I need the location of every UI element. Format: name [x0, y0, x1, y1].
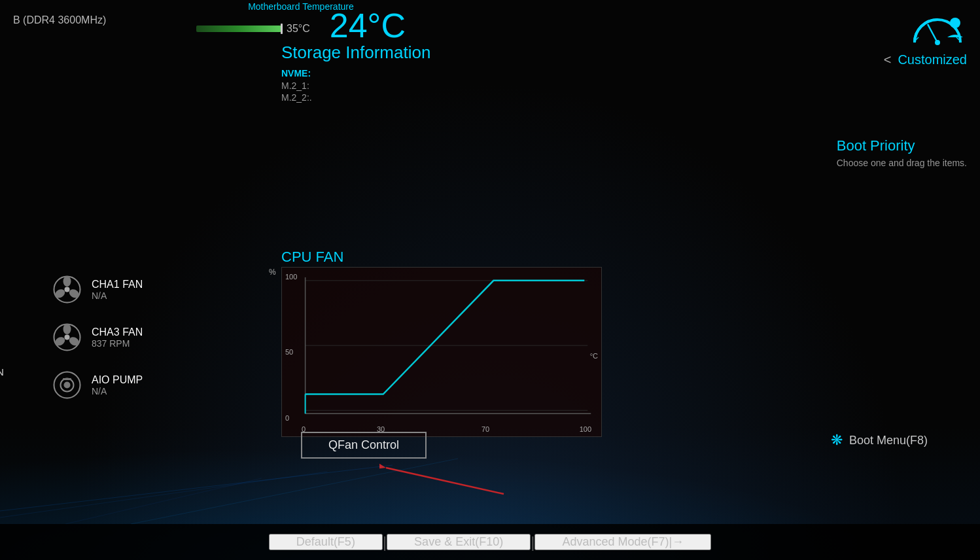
svg-line-27 — [0, 465, 393, 511]
svg-point-11 — [65, 335, 70, 340]
fan-icon-cha3 — [52, 323, 82, 352]
fan-info-cha3: CHA3 FAN 837 RPM — [92, 326, 143, 349]
memory-label: B (DDR4 3600MHz) — [13, 7, 106, 26]
red-arrow-svg — [379, 458, 510, 497]
boot-menu-icon: ❋ — [831, 432, 843, 449]
save-exit-button[interactable]: Save & Exit(F10) — [387, 534, 531, 550]
svg-line-0 — [928, 24, 937, 43]
storage-section: Storage Information NVME: M.2_1: M.2_2:. — [281, 43, 430, 104]
top-right: < Customized — [884, 7, 967, 67]
cpu-fan-section: CPU FAN % 100 50 0 0 30 70 100 °C — [281, 249, 602, 437]
boot-menu-label[interactable]: Boot Menu(F8) — [849, 434, 928, 447]
svg-point-1 — [935, 40, 940, 45]
boot-priority-section: Boot Priority Choose one and drag the it… — [837, 137, 967, 168]
fan-name-cha3: CHA3 FAN — [92, 326, 143, 338]
svg-line-26 — [386, 468, 504, 494]
svg-point-17 — [64, 382, 71, 389]
svg-point-7 — [63, 276, 71, 287]
mb-temp-value: 24°C — [330, 9, 406, 43]
red-arrow — [379, 458, 510, 500]
cpu-fan-chart: % 100 50 0 0 30 70 100 °C — [281, 267, 602, 437]
fan-item-cha3: CHA3 FAN 837 RPM — [52, 323, 143, 352]
cpu-fan-title: CPU FAN — [281, 249, 602, 266]
m2-1-label: M.2_1: — [281, 80, 430, 91]
svg-point-4 — [950, 18, 960, 28]
customized-label: Customized — [898, 52, 967, 67]
svg-point-12 — [63, 324, 71, 334]
fan-item-cha1: CHA1 FAN N/A — [52, 275, 143, 304]
default-button[interactable]: Default(F5) — [269, 534, 383, 550]
qfan-control-button[interactable]: QFan Control — [301, 432, 427, 459]
cpu-fan-chart-svg — [282, 268, 601, 436]
bottom-bar: Default(F5) | Save & Exit(F10) | Advance… — [0, 524, 980, 560]
boot-menu: ❋ Boot Menu(F8) — [831, 432, 928, 449]
fan-value-cha3: 837 RPM — [92, 338, 143, 349]
left-edge-label: N — [0, 366, 4, 377]
nvme-label: NVME: — [281, 68, 430, 79]
svg-rect-18 — [63, 378, 71, 380]
fan-name-aio: AIO PUMP — [92, 374, 143, 386]
fan-icon-aio — [52, 370, 82, 400]
fan-item-aio: AIO PUMP N/A — [52, 370, 143, 400]
main-content: B (DDR4 3600MHz) Motherboard Temperature… — [0, 0, 980, 560]
m2-2-label: M.2_2:. — [281, 92, 430, 103]
fan-name-cha1: CHA1 FAN — [92, 279, 143, 290]
cpu-temp-value: 35°C — [287, 23, 310, 35]
chevron-left-icon[interactable]: < — [884, 52, 892, 67]
storage-title: Storage Information — [281, 43, 430, 63]
fan-value-aio: N/A — [92, 386, 143, 396]
chart-y-label: % — [269, 268, 276, 277]
svg-line-28 — [0, 472, 327, 517]
top-bar: B (DDR4 3600MHz) Motherboard Temperature… — [0, 0, 980, 39]
boot-priority-title: Boot Priority — [837, 137, 967, 154]
gauge-icon — [908, 10, 967, 49]
fan-section: CHA1 FAN N/A CHA3 FAN 837 RPM — [52, 275, 143, 418]
fan-info-cha1: CHA1 FAN N/A — [92, 279, 143, 301]
svg-point-6 — [65, 287, 70, 292]
customized-row: < Customized — [884, 52, 967, 67]
fan-info-aio: AIO PUMP N/A — [92, 374, 143, 396]
advanced-mode-button[interactable]: Advanced Mode(F7)|→ — [534, 534, 711, 550]
svg-line-30 — [65, 478, 262, 524]
fan-icon-cha1 — [52, 275, 82, 304]
fan-value-cha1: N/A — [92, 290, 143, 301]
boot-priority-subtitle: Choose one and drag the items. — [837, 158, 967, 168]
